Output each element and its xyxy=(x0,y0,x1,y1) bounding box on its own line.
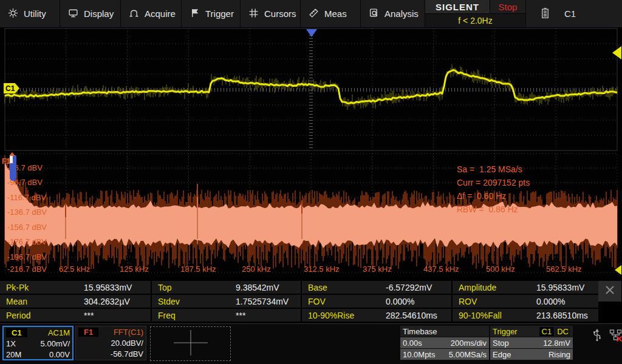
c1-offset: 0.00V xyxy=(49,350,70,359)
menu-meas[interactable]: Meas xyxy=(301,0,361,27)
oscilloscope-screen: Utility Display Acquire Trigger Cursors xyxy=(0,0,622,364)
f1-offset-value: -56.7dBV xyxy=(111,349,143,359)
trigger-mode: Edge xyxy=(493,350,511,359)
trigger-slope: Rising xyxy=(549,350,570,359)
freq-axis-label: 375 kHz xyxy=(363,265,392,274)
menu-analysis[interactable]: Analysis xyxy=(361,0,425,27)
fft-current-points: Curr = 2097152 pts xyxy=(457,176,530,189)
measurement-cell: Top 9.38542mV xyxy=(152,281,301,294)
status-bar: C1 AC1M 1X 5.00mV/ 20M 0.00V F1 FFT(C1) … xyxy=(0,323,622,364)
f1-name-chip: F1 xyxy=(78,328,98,337)
meas-label: Stdev xyxy=(152,297,236,306)
meas-label: Pk-Pk xyxy=(0,283,84,292)
meas-label: Amplitude xyxy=(453,283,536,292)
measurement-cell: Pk-Pk 15.95833mV xyxy=(0,281,151,294)
freq-axis-label: 250 kHz xyxy=(242,265,271,274)
timebase-samplerate: 5.00MSa/s xyxy=(449,350,487,359)
trigger-status: Stop xyxy=(493,339,509,348)
menu-acquire-label: Acquire xyxy=(145,8,176,19)
timebase-box[interactable]: Timebase 0.00s 200ms/div 10.0Mpts 5.00MS… xyxy=(400,326,489,360)
active-channel-indicator[interactable]: C1 xyxy=(526,0,622,27)
db-axis-label: -156.7 dBV xyxy=(7,223,47,232)
db-axis-label: -216.7 dBV xyxy=(7,265,47,274)
db-axis-label: -136.7 dBV xyxy=(7,207,47,217)
trigger-position-marker[interactable] xyxy=(306,29,317,37)
grid-cursors-icon xyxy=(248,8,259,20)
c1-scale: 5.00mV/ xyxy=(41,339,70,348)
fft-display[interactable]: -76.7 dBV -96.7 dBV -116.7 dBV -136.7 dB… xyxy=(0,153,622,274)
db-axis-label: -116.7 dBV xyxy=(7,193,46,202)
f1-label[interactable]: F1 xyxy=(2,157,10,166)
close-measurements-button[interactable] xyxy=(598,281,621,302)
meas-value: *** xyxy=(84,311,94,320)
menu-display-label: Display xyxy=(84,8,114,19)
measurement-cell: ROV 0.000% xyxy=(453,295,598,308)
c1-channel-box[interactable]: C1 AC1M 1X 5.00mV/ 20M 0.00V xyxy=(2,326,73,360)
arch-icon xyxy=(129,8,139,20)
db-axis-label: -176.7 dBV xyxy=(7,237,47,246)
freq-axis-label: 125 kHz xyxy=(120,265,149,274)
c1-bandwidth: 20M xyxy=(6,350,21,359)
meas-value: 213.68510ms xyxy=(536,311,588,320)
meas-value: 282.54610ms xyxy=(386,311,437,320)
fft-delta-f: Δf = 0.60 Hz xyxy=(457,189,530,203)
battery-icon xyxy=(541,7,550,21)
menu-meas-label: Meas xyxy=(324,8,347,19)
menu-display[interactable]: Display xyxy=(60,0,121,27)
measurement-cell: 10-90%Rise 282.54610ms xyxy=(302,309,451,322)
meas-label: Base xyxy=(302,283,386,292)
menu-trigger[interactable]: Trigger xyxy=(182,0,241,27)
c1-name-chip: C1 xyxy=(6,328,27,337)
meas-value: 304.2632µV xyxy=(84,297,130,306)
measurement-table: Pk-Pk 15.95833mV Top 9.38542mV Base -6.5… xyxy=(0,280,622,322)
f1-function: FFT(C1) xyxy=(114,328,143,337)
magnifier-doc-icon xyxy=(369,8,379,20)
freq-axis-label: 187.5 kHz xyxy=(180,265,216,274)
active-channel-label: C1 xyxy=(564,8,576,19)
trigger-level-marker[interactable] xyxy=(612,46,621,59)
waveform-display[interactable] xyxy=(0,28,622,152)
freq-axis-label: 312.5 kHz xyxy=(304,265,340,274)
freq-axis-label: 437.5 kHz xyxy=(423,265,459,274)
db-axis-label: -196.7 dBV xyxy=(7,252,47,261)
fft-rbw: RBW = 0.86 Hz xyxy=(457,203,530,216)
flag-icon xyxy=(190,8,200,20)
c1-probe: 1X xyxy=(6,339,16,348)
status-icons xyxy=(591,329,622,344)
f1-offset-marker[interactable] xyxy=(615,265,621,275)
timebase-scale: 200ms/div xyxy=(451,339,487,348)
measurement-cell: FOV 0.000% xyxy=(302,295,451,308)
trigger-frequency-readout: f < 2.0Hz xyxy=(425,14,525,27)
brand-logo: SIGLENT xyxy=(425,0,490,13)
menu-cursors-label: Cursors xyxy=(264,8,296,19)
close-icon xyxy=(604,285,615,298)
add-channel-placeholder[interactable] xyxy=(150,326,231,361)
trigger-coupling: DC xyxy=(555,327,570,336)
menu-acquire[interactable]: Acquire xyxy=(121,0,182,27)
f1-channel-box[interactable]: F1 FFT(C1) 20.0dBV/ -56.7dBV xyxy=(75,326,146,360)
acquisition-status-box: SIGLENT Stop f < 2.0Hz xyxy=(425,0,526,27)
meas-label: FOV xyxy=(302,297,386,306)
meas-label: Top xyxy=(152,283,236,292)
menu-bar: Utility Display Acquire Trigger Cursors xyxy=(0,0,622,28)
meas-label: Period xyxy=(0,311,84,320)
ruler-icon xyxy=(309,8,319,20)
trigger-box[interactable]: Trigger C1DC Stop 12.8mV Edge Rising xyxy=(490,326,573,360)
meas-value: 15.95833mV xyxy=(536,283,584,292)
timebase-delay: 0.00s xyxy=(403,339,422,348)
menu-utility-label: Utility xyxy=(24,8,46,19)
menu-trigger-label: Trigger xyxy=(205,8,234,19)
lan-disconnected-icon xyxy=(609,329,622,344)
menu-cursors[interactable]: Cursors xyxy=(241,0,301,27)
meas-value: 1.7525734mV xyxy=(236,297,289,306)
monitor-icon xyxy=(68,8,78,20)
meas-label: 90-10%Fall xyxy=(453,311,536,320)
freq-axis-label: 500 kHz xyxy=(486,265,515,274)
meas-value: 15.95833mV xyxy=(84,283,132,292)
meas-label: Mean xyxy=(0,297,84,306)
freq-axis-label: 62.5 kHz xyxy=(59,265,90,274)
fft-sample-rate: Sa = 1.25 MSa/s xyxy=(457,163,530,176)
measurement-cell: Amplitude 15.95833mV xyxy=(453,281,598,294)
meas-value: 9.38542mV xyxy=(236,283,279,292)
menu-utility[interactable]: Utility xyxy=(0,0,60,27)
